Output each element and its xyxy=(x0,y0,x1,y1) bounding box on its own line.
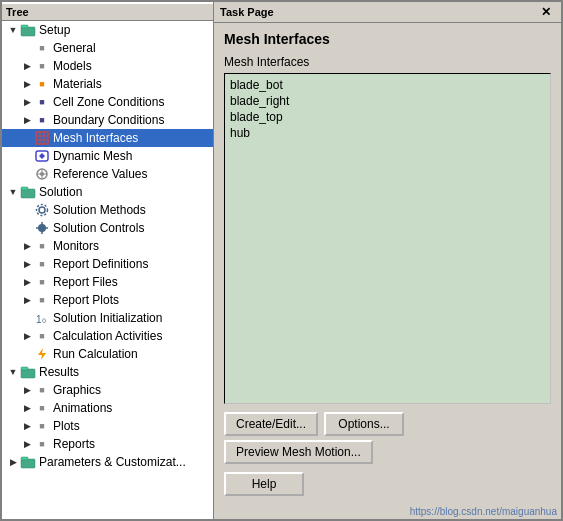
tree-item-report-files[interactable]: ▶■Report Files xyxy=(2,273,213,291)
list-item[interactable]: hub xyxy=(228,125,547,141)
svg-rect-12 xyxy=(21,189,35,198)
tree-item-label: Solution xyxy=(39,185,82,199)
tree-item-solution[interactable]: ▼Solution xyxy=(2,183,213,201)
tree-item-label: Results xyxy=(39,365,79,379)
tree-item-animations[interactable]: ▶■Animations xyxy=(2,399,213,417)
tree-item-label: Cell Zone Conditions xyxy=(53,95,164,109)
tree-item-models[interactable]: ▶■Models xyxy=(2,57,213,75)
tree-expander[interactable]: ▼ xyxy=(6,25,20,35)
tree-expander[interactable]: ▶ xyxy=(6,457,20,467)
svg-text:1₀: 1₀ xyxy=(36,314,46,325)
tree-expander[interactable]: ▶ xyxy=(20,115,34,125)
preview-mesh-motion-button[interactable]: Preview Mesh Motion... xyxy=(224,440,373,464)
svg-rect-13 xyxy=(21,187,28,190)
help-button[interactable]: Help xyxy=(224,472,304,496)
item-icon: ■ xyxy=(34,58,50,74)
tree-item-label: Dynamic Mesh xyxy=(53,149,132,163)
item-icon: ■ xyxy=(34,238,50,254)
ref-icon xyxy=(34,166,50,182)
task-content: Mesh Interfaces Mesh Interfaces blade_bo… xyxy=(214,23,561,504)
tree-item-label: Animations xyxy=(53,401,112,415)
content-area: Tree ▼Setup ■General▶■Models▶■Materials▶… xyxy=(2,2,561,519)
task-section-label: Mesh Interfaces xyxy=(224,55,551,69)
tree-item-reports[interactable]: ▶■Reports xyxy=(2,435,213,453)
task-panel-title: Task Page xyxy=(220,6,274,18)
tree-expander[interactable]: ▶ xyxy=(20,259,34,269)
tree-expander[interactable]: ▶ xyxy=(20,421,34,431)
item-icon: ■ xyxy=(34,400,50,416)
tree-item-label: Reference Values xyxy=(53,167,148,181)
tree-expander[interactable]: ▶ xyxy=(20,277,34,287)
tree-item-report-plots[interactable]: ▶■Report Plots xyxy=(2,291,213,309)
tree-item-general[interactable]: ■General xyxy=(2,39,213,57)
task-panel-header: Task Page ✕ xyxy=(214,2,561,23)
tree-expander[interactable]: ▶ xyxy=(20,97,34,107)
item-icon: ■ xyxy=(34,436,50,452)
dot-icon xyxy=(34,220,50,236)
tree-expander[interactable]: ▼ xyxy=(6,187,20,197)
tree-item-boundary[interactable]: ▶■Boundary Conditions xyxy=(2,111,213,129)
tree-item-setup[interactable]: ▼Setup xyxy=(2,21,213,39)
tree-item-calc-activities[interactable]: ▶■Calculation Activities xyxy=(2,327,213,345)
svg-rect-20 xyxy=(21,367,28,370)
tree-item-graphics[interactable]: ▶■Graphics xyxy=(2,381,213,399)
tree-item-dynamic-mesh[interactable]: Dynamic Mesh xyxy=(2,147,213,165)
lightning-icon xyxy=(34,346,50,362)
folder-icon xyxy=(20,454,36,470)
tree-item-params[interactable]: ▶Parameters & Customizat... xyxy=(2,453,213,471)
tree-item-label: Report Files xyxy=(53,275,118,289)
create-edit-button[interactable]: Create/Edit... xyxy=(224,412,318,436)
tree-item-reference-values[interactable]: Reference Values xyxy=(2,165,213,183)
buttons-row-1: Create/Edit... Options... xyxy=(224,412,551,436)
tree-expander[interactable]: ▶ xyxy=(20,331,34,341)
tree-expander[interactable]: ▶ xyxy=(20,61,34,71)
tree-item-plots[interactable]: ▶■Plots xyxy=(2,417,213,435)
tree-item-label: Run Calculation xyxy=(53,347,138,361)
tree-item-label: Plots xyxy=(53,419,80,433)
svg-rect-22 xyxy=(21,457,28,460)
tree-expander[interactable]: ▶ xyxy=(20,385,34,395)
list-item[interactable]: blade_right xyxy=(228,93,547,109)
tree-expander[interactable]: ▶ xyxy=(20,241,34,251)
tree-expander[interactable]: ▶ xyxy=(20,295,34,305)
dynamic-icon xyxy=(34,148,50,164)
tree-item-solution-methods[interactable]: Solution Methods xyxy=(2,201,213,219)
svg-rect-2 xyxy=(36,132,48,144)
mesh-interfaces-list[interactable]: blade_botblade_rightblade_tophub xyxy=(224,73,551,404)
tree-item-monitors[interactable]: ▶■Monitors xyxy=(2,237,213,255)
list-item[interactable]: blade_bot xyxy=(228,77,547,93)
tree-expander[interactable]: ▶ xyxy=(20,403,34,413)
tree-expander[interactable]: ▶ xyxy=(20,79,34,89)
tree-item-results[interactable]: ▼Results xyxy=(2,363,213,381)
tree-item-label: Report Definitions xyxy=(53,257,148,271)
buttons-row-3: Help xyxy=(224,464,551,496)
tree-item-report-defs[interactable]: ▶■Report Definitions xyxy=(2,255,213,273)
list-item[interactable]: blade_top xyxy=(228,109,547,125)
item-icon: ■ xyxy=(34,256,50,272)
num-icon: 1₀ xyxy=(34,310,50,326)
task-close-button[interactable]: ✕ xyxy=(537,5,555,19)
item-icon: ■ xyxy=(34,40,50,56)
item-icon: ■ xyxy=(34,418,50,434)
tree-item-materials[interactable]: ▶■Materials xyxy=(2,75,213,93)
options-button[interactable]: Options... xyxy=(324,412,404,436)
svg-rect-0 xyxy=(21,27,35,36)
tree-item-label: Solution Methods xyxy=(53,203,146,217)
tree-item-label: Report Plots xyxy=(53,293,119,307)
tree-item-label: Calculation Activities xyxy=(53,329,162,343)
tree-item-label: Graphics xyxy=(53,383,101,397)
tree-item-solution-controls[interactable]: Solution Controls xyxy=(2,219,213,237)
tree-item-label: Mesh Interfaces xyxy=(53,131,138,145)
tree-item-run-calc[interactable]: Run Calculation xyxy=(2,345,213,363)
tree-expander[interactable]: ▶ xyxy=(20,439,34,449)
tree-container: ▼Setup ■General▶■Models▶■Materials▶■Cell… xyxy=(2,21,213,471)
main-window: Tree ▼Setup ■General▶■Models▶■Materials▶… xyxy=(0,0,563,521)
tree-item-label: Setup xyxy=(39,23,70,37)
tree-item-solution-init[interactable]: 1₀Solution Initialization xyxy=(2,309,213,327)
tree-item-mesh-interfaces[interactable]: Mesh Interfaces xyxy=(2,129,213,147)
mesh-icon xyxy=(34,130,50,146)
tree-item-label: Boundary Conditions xyxy=(53,113,164,127)
tree-item-cell-zone[interactable]: ▶■Cell Zone Conditions xyxy=(2,93,213,111)
svg-point-16 xyxy=(38,224,46,232)
tree-expander[interactable]: ▼ xyxy=(6,367,20,377)
